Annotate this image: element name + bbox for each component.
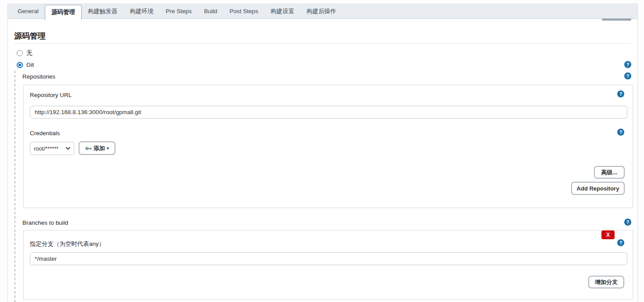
config-tab-bar: General 源码管理 构建触发器 构建环境 Pre Steps Build … [8, 4, 637, 19]
help-icon-repositories[interactable]: ? [624, 72, 631, 79]
add-credentials-label: 添加 [94, 144, 105, 152]
tab-build[interactable]: Build [198, 4, 223, 19]
scm-radio-git[interactable] [17, 62, 23, 68]
credentials-label: Credentials [30, 130, 60, 137]
branches-section-label: Branches to build [22, 219, 68, 226]
scm-option-none: 无 [17, 49, 32, 57]
key-icon [85, 146, 92, 151]
credentials-select[interactable]: root/****** [30, 142, 74, 155]
repository-url-input[interactable] [30, 106, 627, 119]
tab-build-environment[interactable]: 构建环境 [124, 4, 160, 19]
tab-post-build-actions[interactable]: 构建后操作 [300, 4, 342, 19]
scm-radio-git-label: Git [26, 61, 34, 68]
scm-option-git: Git [17, 61, 34, 68]
add-branch-button[interactable]: 增加分支 [588, 276, 624, 288]
tab-build-settings[interactable]: 构建设置 [264, 4, 300, 19]
help-icon-branch-specifier[interactable]: ? [617, 239, 624, 246]
delete-branch-button[interactable]: X [601, 230, 615, 239]
add-repository-button[interactable]: Add Repository [571, 182, 625, 195]
credentials-selected-value: root/****** [34, 145, 58, 152]
help-icon-credentials[interactable]: ? [617, 129, 624, 136]
tab-source-code-management[interactable]: 源码管理 [45, 5, 82, 20]
chevron-down-icon [66, 147, 70, 150]
advanced-button[interactable]: 高级... [594, 166, 625, 179]
help-icon-git[interactable]: ? [624, 61, 631, 68]
caret-down-icon: ▾ [107, 146, 109, 151]
tab-pre-steps[interactable]: Pre Steps [160, 4, 198, 19]
repository-group-box: Repository URL ? Credentials ? root/****… [23, 85, 633, 208]
scm-radio-none-label: 无 [26, 49, 32, 57]
help-icon-repository-url[interactable]: ? [617, 90, 624, 97]
tree-indent-line [14, 71, 15, 302]
branch-specifier-label: 指定分支（为空时代表any） [30, 240, 104, 248]
page-title: 源码管理 [14, 31, 46, 41]
title-divider [14, 43, 631, 44]
repository-url-label: Repository URL [30, 92, 72, 98]
config-panel: General 源码管理 构建触发器 构建环境 Pre Steps Build … [7, 4, 638, 302]
tab-build-triggers[interactable]: 构建触发器 [82, 4, 124, 19]
tab-general[interactable]: General [11, 4, 45, 19]
scm-radio-none[interactable] [17, 50, 23, 56]
repositories-section-label: Repositories [22, 73, 55, 80]
help-icon-branches[interactable]: ? [624, 219, 631, 226]
horizontal-scrollbar-thumb[interactable] [602, 18, 631, 21]
tab-post-steps[interactable]: Post Steps [223, 4, 264, 19]
branch-specifier-input[interactable] [30, 252, 627, 265]
add-credentials-button[interactable]: 添加 ▾ [79, 141, 115, 155]
branch-group-box: X 指定分支（为空时代表any） ? 增加分支 [23, 230, 633, 300]
